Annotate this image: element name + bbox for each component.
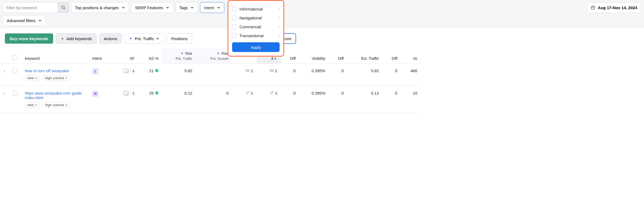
col-est-traffic[interactable]: Est. Traffic [347,48,383,64]
keyword-link[interactable]: how to turn off seoquake [25,68,69,73]
checkbox[interactable] [232,33,237,38]
checkbox[interactable] [232,16,237,20]
filter-keyword-input[interactable] [3,2,58,13]
plus-icon: ＋ [60,36,65,41]
intent-dropdown: Informationali Navigationali Commerciali… [228,0,284,57]
sort-icon: ▾ [274,56,276,61]
col-keyword[interactable]: Keyword [21,48,89,64]
info-icon[interactable]: i [279,16,280,20]
chevron-down-icon [122,6,125,9]
info-icon[interactable]: i [279,7,280,11]
expand-row-icon[interactable]: › [4,68,5,73]
chevron-down-icon [156,37,159,40]
table-row: › how to turn off seoquake new ✕ high vo… [0,64,421,86]
difficulty-dot-icon [155,69,158,72]
sparkle-icon: ✦ [129,36,133,41]
actions-button[interactable]: Actions [99,33,122,44]
pot-traffic-button[interactable]: ✦Pot. Traffic [124,33,164,44]
crown-icon [245,68,250,72]
close-icon[interactable]: ✕ [65,76,68,80]
search-icon [61,5,66,10]
link-icon [270,91,274,95]
info-icon[interactable]: i [279,25,280,29]
intent-badge: N [92,91,98,97]
action-bar: Buy more keywords ＋Add keywords Actions … [0,29,644,44]
tags-filter[interactable]: Tags [175,2,198,13]
col-sf[interactable]: SF [112,48,138,64]
sparkle-icon: ✦ [217,51,220,56]
keyword-link[interactable]: https www.seoquake.com guide index.html [25,91,82,100]
col-diff2[interactable]: Diff [329,48,347,64]
buy-keywords-button[interactable]: Buy more keywords [5,33,53,44]
intent-filter[interactable]: Intent [200,2,224,13]
intent-option-transactional[interactable]: Transactionali [232,31,280,40]
col-vol[interactable]: Vo [401,48,421,64]
keyword-tag[interactable]: new ✕ [25,102,40,108]
intent-option-navigational[interactable]: Navigationali [232,13,280,22]
keywords-table: Keyword Intent SF KD % ✦ YourPot. Traffi… [0,48,421,113]
info-icon[interactable]: i [279,33,280,38]
col-kd[interactable]: KD % [138,48,162,64]
link-icon [245,91,250,95]
select-all-checkbox[interactable] [13,55,17,60]
table-row: › https www.seoquake.com guide index.htm… [0,86,421,113]
chevron-down-icon [38,19,42,22]
col-diff3[interactable]: Diff [383,48,401,64]
search-button[interactable] [58,2,69,13]
calendar-icon [591,5,595,10]
checkbox[interactable] [232,25,237,29]
svg-rect-2 [591,6,595,9]
serp-feature-icon [123,91,129,95]
col-visibility[interactable]: Visibility [299,48,329,64]
svg-line-1 [64,8,65,9]
difficulty-dot-icon [155,91,158,95]
chevron-down-icon [217,6,220,9]
top-positions-filter[interactable]: Top positions & changes [71,2,129,13]
svg-point-0 [62,6,64,8]
keyword-tag[interactable]: new ✕ [25,75,40,81]
close-icon[interactable]: ✕ [35,76,38,80]
intent-option-commercial[interactable]: Commerciali [232,22,280,31]
advanced-filters[interactable]: Advanced filters [3,15,46,26]
sparkle-icon: ✦ [181,51,184,56]
checkbox[interactable] [232,7,237,11]
row-checkbox[interactable] [13,91,17,95]
close-icon[interactable]: ✕ [35,103,38,107]
intent-badge: I [92,68,98,74]
date-range-picker[interactable]: Aug 17-Nov 14, 2024 [587,2,641,13]
serp-features-filter[interactable]: SERP Features [131,2,173,13]
col-pot-growth[interactable]: ✦ YourPot. Growth [196,48,233,64]
close-icon[interactable]: ✕ [65,103,68,107]
crown-icon [270,68,274,72]
chevron-down-icon [166,6,169,9]
add-keywords-button[interactable]: ＋Add keywords [56,33,97,44]
expand-row-icon[interactable]: › [4,91,5,95]
keyword-tag[interactable]: high volume ✕ [43,102,70,108]
filter-bar: Top positions & changes SERP Features Ta… [0,0,644,15]
keyword-tag[interactable]: high volume ✕ [43,75,70,81]
apply-button[interactable]: Apply [232,42,280,52]
row-checkbox[interactable] [13,68,17,73]
serp-feature-icon [123,69,129,73]
col-intent[interactable]: Intent [89,48,112,64]
chevron-down-icon [191,6,194,9]
positions-button[interactable]: Positions [167,33,192,44]
intent-option-informational[interactable]: Informationali [232,5,280,13]
col-pot-traffic[interactable]: ✦ YourPot. Traffic [162,48,196,64]
